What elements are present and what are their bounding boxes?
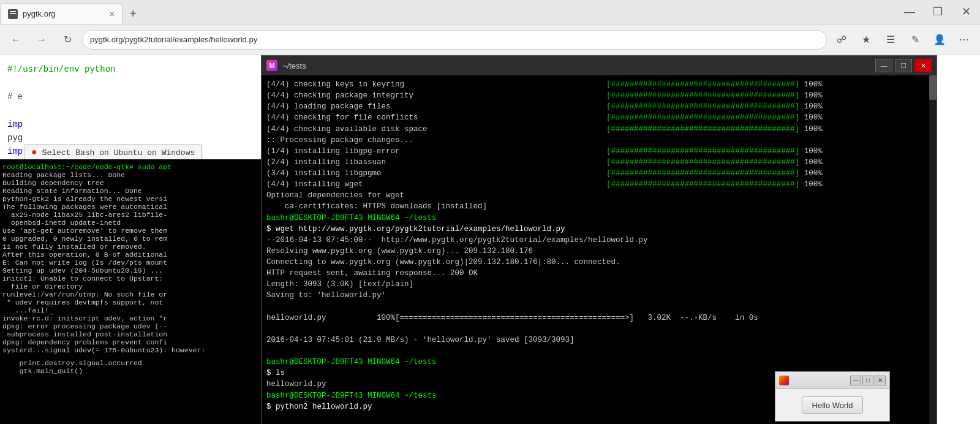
left-term-line-11: 11 not fully installed or removed. — [2, 243, 258, 251]
term-line-23 — [266, 324, 932, 335]
more-button[interactable]: ⋯ — [953, 29, 975, 51]
term-line-13: bashr@DESKTOP-JD9FT43 MINGW64 ~/tests — [266, 213, 932, 224]
browser-tab[interactable]: pygtk.org × — [0, 3, 123, 24]
left-term-line-12: After this operation, 0 B of additional — [2, 251, 258, 259]
browser-minimize-button[interactable]: — — [895, 0, 924, 24]
terminal-win-controls: — ☐ ✕ — [875, 59, 932, 72]
terminal-scrollbar[interactable] — [929, 75, 937, 424]
left-term-line-20: invoke-rc.d: initscript udev, action "r — [2, 314, 258, 322]
term-line-24: 2016-04-13 07:45:01 (21.9 MB/s) - 'hello… — [266, 335, 932, 346]
terminal-title-icon: M — [266, 60, 277, 71]
term-line-2: (4/4) checking package integrity [######… — [266, 90, 932, 101]
left-term-line-18: * udev requires devtmpfs support, not — [2, 298, 258, 306]
term-line-26: bashr@DESKTOP-JD9FT43 MINGW64 ~/tests — [266, 357, 932, 368]
left-term-line-5: python-gtk2 is already the newest versi — [2, 195, 258, 203]
term-line-3: (4/4) loading package files [###########… — [266, 101, 932, 112]
gtk-minimize-button[interactable]: — — [850, 376, 861, 385]
terminal-minimize-button[interactable]: — — [875, 59, 892, 72]
left-term-line-1: root@localhost:~/code/node-gtk# sudo apt — [2, 163, 258, 171]
gtk-maximize-button[interactable]: □ — [862, 376, 873, 385]
browser-close-button[interactable]: ✕ — [952, 0, 980, 24]
browser-maximize-button[interactable]: ❐ — [924, 0, 952, 24]
browser-window: pygtk.org × + — ❐ ✕ ← → ↻ pygtk.org/pygt… — [0, 0, 980, 424]
term-line-25 — [266, 346, 932, 357]
back-button[interactable]: ← — [5, 29, 27, 51]
left-term-line-21: dpkg: error processing package udev (-- — [2, 322, 258, 330]
left-term-line-4: Reading state information... Done — [2, 187, 258, 195]
left-term-line-15: initctl: Unable to connect to Upstart: — [2, 274, 258, 282]
term-line-9: (3/4) installing libgpgme [#############… — [266, 168, 932, 179]
terminal-maximize-button[interactable]: ☐ — [895, 59, 912, 72]
terminal-title-text: ~/tests — [282, 61, 870, 70]
left-term-line-8: openbsd-inetd update-inetd — [2, 219, 258, 227]
left-term-line-25: print.destroy.signal.occurred — [2, 359, 258, 367]
tab-close-button[interactable]: × — [110, 9, 115, 19]
favorites-button[interactable]: ★ — [855, 29, 877, 51]
term-line-21 — [266, 301, 932, 312]
bash-selector-overlay[interactable]: ● Select Bash on Ubuntu on Windows — [24, 144, 202, 161]
left-term-line-13: E: Can not write log (Is /dev/pts mount — [2, 259, 258, 267]
term-line-20: Saving to: 'helloworld.py' — [266, 290, 932, 301]
toolbar-right: ☍ ★ ☰ ✎ 👤 ⋯ — [831, 29, 975, 51]
left-terminal-pane: root@localhost:~/code/node-gtk# sudo apt… — [0, 159, 261, 424]
left-term-line-19: ...fail!█ — [2, 306, 258, 314]
left-term-line-26: gtk.main_quit() — [2, 367, 258, 375]
bash-selector-text: Select Bash on Ubuntu on Windows — [42, 148, 195, 157]
gtk-dialog-icon — [779, 376, 789, 385]
gtk-hello-world-dialog: — □ ✕ Hello World — [775, 371, 890, 422]
term-line-18: HTTP request sent, awaiting response... … — [266, 268, 932, 279]
term-line-16: Resolving www.pygtk.org (www.pygtk.org).… — [266, 246, 932, 257]
term-line-19: Length: 3093 (3.0K) [text/plain] — [266, 279, 932, 290]
forward-button[interactable]: → — [31, 29, 53, 51]
left-term-line-16: file or directory — [2, 282, 258, 290]
svg-rect-2 — [10, 13, 16, 14]
term-line-22: helloworld.py 100%[=====================… — [266, 312, 932, 324]
term-line-1: (4/4) checking keys in keyring [########… — [266, 79, 932, 90]
term-line-4: (4/4) checking for file conflicts [#####… — [266, 112, 932, 123]
term-line-17: Connecting to www.pygtk.org (www.pygtk.o… — [266, 257, 932, 268]
content-area: #!/usr/bin/env python # e imp pyg imp cl… — [0, 55, 980, 424]
left-term-line-24: systerd...signal udev(= 175-0ubuntu23): … — [2, 346, 258, 354]
terminal-titlebar: M ~/tests — ☐ ✕ — [262, 56, 937, 75]
new-tab-button[interactable]: + — [123, 3, 143, 24]
address-bar[interactable]: pygtk.org/pygtk2tutorial/examples/hellow… — [82, 30, 827, 50]
term-line-7: (1/4) installing libgpg-error [#########… — [266, 146, 932, 157]
left-term-line-6: The following packages were automatical — [2, 203, 258, 211]
left-term-line-2: Reading package lists... Done — [2, 171, 258, 179]
annotate-button[interactable]: ✎ — [904, 29, 926, 51]
left-term-line-14: Setting up udev (204-5ubuntu20.19) ... — [2, 267, 258, 274]
left-term-line-22: subprocess installed post-installation — [2, 330, 258, 338]
profile-button[interactable]: 👤 — [929, 29, 951, 51]
left-term-line-7: ax25-node libax25 libc-ares2 libfile- — [2, 211, 258, 219]
term-line-8: (2/4) installing libassuan [############… — [266, 157, 932, 168]
term-line-15: --2016-04-13 07:45:00-- http://www.pygtk… — [266, 235, 932, 246]
gtk-win-controls: — □ ✕ — [850, 376, 886, 385]
terminal-scrollbar-thumb[interactable] — [929, 75, 937, 100]
term-line-14: $ wget http://www.pygtk.org/pygtk2tutori… — [266, 224, 932, 235]
term-line-6: :: Processing package changes... — [266, 135, 932, 146]
tab-title: pygtk.org — [23, 9, 55, 18]
left-term-line-23: dpkg: dependency problems prevent confi — [2, 338, 258, 346]
hub-button[interactable]: ☰ — [880, 29, 902, 51]
reading-view-button[interactable]: ☍ — [831, 29, 853, 51]
term-line-11: Optional dependencies for wget — [266, 190, 932, 201]
terminal-close-button[interactable]: ✕ — [914, 59, 932, 72]
left-term-line-9: Use 'apt-get autoremove' to remove them — [2, 227, 258, 235]
term-line-5: (4/4) checking available disk space [###… — [266, 124, 932, 135]
gtk-dialog-titlebar: — □ ✕ — [775, 372, 889, 389]
term-line-10: (4/4) installing wget [#################… — [266, 179, 932, 190]
term-line-12: ca-certificates: HTTPS downloads [instal… — [266, 201, 932, 212]
gtk-dialog-body: Hello World — [775, 389, 889, 421]
browser-toolbar: ← → ↻ pygtk.org/pygtk2tutorial/examples/… — [0, 25, 980, 55]
gtk-close-button[interactable]: ✕ — [875, 376, 886, 385]
refresh-button[interactable]: ↻ — [56, 29, 78, 51]
left-term-line-3: Building dependency tree — [2, 179, 258, 187]
left-term-line-17: runlevel:/var/run/utmp: No such file or — [2, 290, 258, 298]
left-term-line-10: 0 upgraded, 0 newly installed, 0 to rem — [2, 235, 258, 243]
svg-rect-1 — [10, 11, 16, 12]
tab-bar: pygtk.org × + — ❐ ✕ — [0, 0, 980, 25]
address-bar-text: pygtk.org/pygtk2tutorial/examples/hellow… — [90, 35, 819, 44]
terminal-window: M ~/tests — ☐ ✕ (4/4) checking keys in k… — [261, 55, 937, 424]
hello-world-button[interactable]: Hello World — [802, 396, 863, 414]
tab-favicon — [8, 9, 18, 19]
